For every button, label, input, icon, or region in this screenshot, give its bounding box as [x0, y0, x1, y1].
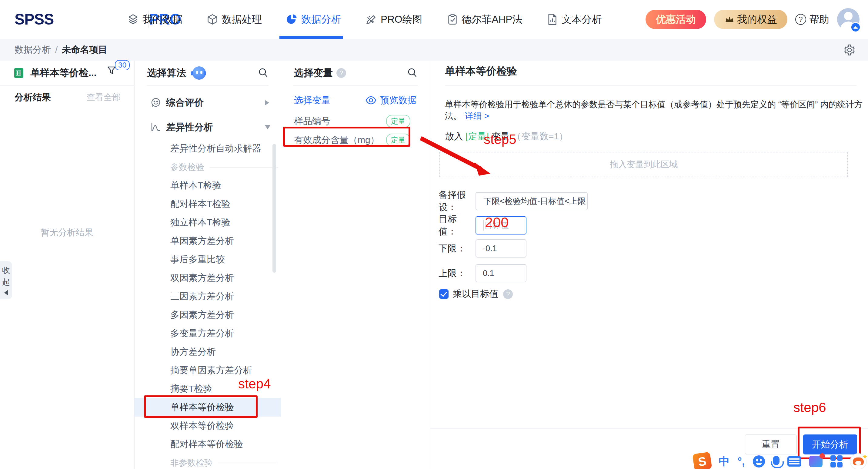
algo-item-label: 摘要单因素方差分析 [170, 364, 252, 377]
collapse-label: 收 [2, 265, 10, 276]
upper-limit-label: 上限： [438, 267, 474, 280]
algo-group-comprehensive-eval[interactable]: 综合评价 [134, 90, 281, 115]
help-button[interactable]: ? 帮助 [795, 13, 829, 26]
ime-punctuation-mode[interactable]: °, [738, 455, 745, 468]
benefits-label: 我的权益 [737, 13, 777, 26]
algo-item[interactable]: 独立样本T检验 [134, 213, 281, 232]
algo-item[interactable]: 双样本等价检验 [134, 416, 281, 435]
scrollbar-thumb[interactable] [273, 144, 276, 273]
alt-hypothesis-select[interactable]: 下限<检验均值-目标值<上限 [475, 192, 588, 210]
sogou-logo-icon[interactable]: S [692, 452, 712, 469]
assistant-icon[interactable]: ✦ [850, 454, 866, 469]
dataset-name[interactable]: 单样本等价检... [30, 66, 97, 80]
layers-icon [127, 13, 139, 25]
group-label: 差异性分析 [166, 121, 213, 134]
ai-assistant-icon[interactable] [191, 66, 206, 80]
benefits-button[interactable]: 我的权益 [714, 10, 787, 29]
tab-label: PRO绘图 [381, 13, 423, 26]
algo-item[interactable]: 差异性分析自动求解器 [134, 139, 281, 158]
lower-limit-label: 下限： [438, 242, 474, 255]
algo-section: 非参数检验 [134, 454, 281, 469]
algo-item-label: 摘要T检验 [170, 383, 212, 395]
lower-limit-value: -0.1 [483, 244, 497, 253]
algo-item[interactable]: 配对样本T检验 [134, 195, 281, 213]
algo-item[interactable]: 多变量方差分析 [134, 324, 281, 343]
question-circle-icon: ? [795, 14, 806, 25]
detail-link[interactable]: 详细 > [465, 111, 489, 121]
results-header-row: 分析结果 查看全部 [0, 90, 134, 105]
algo-item[interactable]: 多因素方差分析 [134, 306, 281, 324]
filter-control[interactable]: 30 [107, 61, 130, 81]
algorithm-title: 单样本等价检验 [445, 64, 517, 78]
variables-panel: 选择变量 ? 选择变量 预览数据 样品编号 定量 有效成分含量（mg） 定量 [281, 61, 430, 469]
algorithm-search-icon[interactable] [258, 67, 269, 78]
chat-smiley-icon [150, 97, 161, 108]
upper-limit-row: 上限： 0.1 [438, 264, 526, 282]
target-value-label: 目标值： [438, 213, 474, 238]
alt-hypothesis-value: 下限<检验均值-目标值<上限 [484, 196, 586, 207]
dataset-sheet-icon [13, 68, 24, 79]
text-caret [483, 220, 484, 230]
help-circle-icon[interactable]: ? [336, 68, 346, 78]
algo-item-label: 双样本等价检验 [170, 419, 234, 432]
tab-pro-plot[interactable]: PRO绘图 [366, 0, 423, 39]
tab-data-processing[interactable]: 数据处理 [207, 0, 262, 39]
variable-dropzone[interactable]: 拖入变量到此区域 [439, 152, 848, 177]
algo-item-label: 双因素方差分析 [170, 272, 234, 284]
algo-item[interactable]: 单因素方差分析 [134, 232, 281, 250]
algo-group-difference-analysis[interactable]: 差异性分析 [134, 115, 281, 139]
promo-button[interactable]: 优惠活动 [646, 10, 706, 29]
microphone-icon[interactable] [773, 456, 779, 465]
red-arrow [415, 133, 497, 182]
algo-item[interactable]: 事后多重比较 [134, 250, 281, 269]
tab-data-analysis[interactable]: 数据分析 [286, 0, 341, 39]
divider [445, 86, 857, 86]
preview-data-button[interactable]: 预览数据 [365, 94, 416, 107]
membership-crown-badge [850, 22, 861, 32]
variables-search-icon[interactable] [407, 67, 417, 78]
breadcrumb-section[interactable]: 数据分析 [14, 43, 51, 56]
results-panel: 单样本等价检... 30 分析结果 查看全部 暂无分析结果 收 起 [0, 61, 134, 469]
algo-item-label: 独立样本T检验 [170, 216, 230, 229]
draw-tools-icon [366, 13, 377, 25]
clipboard-check-icon [447, 13, 458, 25]
algo-item[interactable]: 协方差分析 [134, 343, 281, 361]
target-value-row: 目标值： 目标值 [438, 213, 526, 238]
emoji-icon[interactable] [753, 456, 765, 468]
algorithm-panel-header: 选择算法 [134, 61, 281, 86]
tab-text-analysis[interactable]: 文本分析 [547, 0, 601, 39]
avatar[interactable] [837, 8, 860, 31]
multiply-target-checkbox[interactable] [439, 289, 448, 299]
lower-limit-input[interactable]: -0.1 [475, 239, 526, 257]
filter-count-badge: 30 [115, 60, 130, 70]
upper-limit-input[interactable]: 0.1 [475, 264, 526, 282]
tab-my-data[interactable]: 我的数据 [127, 0, 182, 39]
tab-delphi-ahp[interactable]: 德尔菲AHP法 [447, 0, 523, 39]
description-text: 单样本等价检验用于检验单个总体的参数是否与某个目标值（或参考值）处于预先定义的 … [445, 100, 863, 121]
variables-panel-header: 选择变量 ? [281, 61, 430, 86]
reset-button[interactable]: 重置 [745, 434, 797, 455]
ime-lang-mode[interactable]: 中 [719, 454, 730, 469]
algo-item-label: 事后多重比较 [170, 253, 225, 266]
algo-item[interactable]: 配对样本等价检验 [134, 435, 281, 454]
toolbox-icon[interactable] [830, 456, 842, 468]
view-all-link[interactable]: 查看全部 [87, 92, 121, 103]
multiply-target-label: 乘以目标值 [453, 288, 498, 300]
tab-label: 数据处理 [222, 13, 262, 26]
collapse-arrow-icon [4, 290, 8, 295]
algo-item[interactable]: 单样本T检验 [134, 176, 281, 195]
help-circle-icon[interactable]: ? [503, 289, 513, 299]
select-variables-link[interactable]: 选择变量 [294, 94, 330, 107]
multiply-target-row: 乘以目标值 ? [439, 288, 513, 300]
algorithm-description: 单样本等价检验用于检验单个总体的参数是否与某个目标值（或参考值）处于预先定义的 … [445, 99, 868, 122]
alt-hypothesis-row: 备择假设： 下限<检验均值-目标值<上限 [438, 189, 588, 214]
tab-label: 德尔菲AHP法 [462, 13, 523, 26]
algo-item-label: 三因素方差分析 [170, 290, 234, 303]
keyboard-icon[interactable] [787, 456, 801, 467]
dropzone-placeholder: 拖入变量到此区域 [610, 159, 678, 170]
skin-icon[interactable] [809, 456, 823, 467]
gear-icon[interactable] [844, 44, 855, 56]
algo-item[interactable]: 双因素方差分析 [134, 269, 281, 287]
collapse-sidebar-button[interactable]: 收 起 [0, 261, 12, 299]
algo-item[interactable]: 三因素方差分析 [134, 287, 281, 306]
